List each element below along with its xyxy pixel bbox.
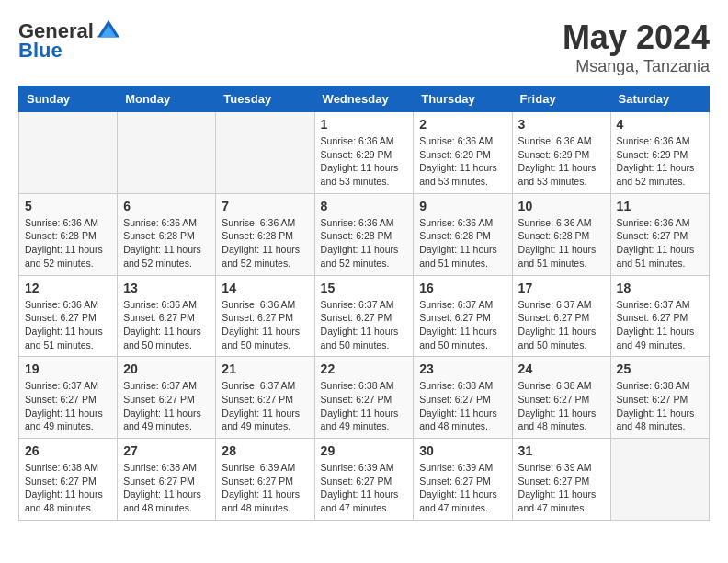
day-number: 15 [321,281,408,295]
calendar-day-cell: 19Sunrise: 6:37 AM Sunset: 6:27 PM Dayli… [19,357,118,439]
calendar-table: SundayMondayTuesdayWednesdayThursdayFrid… [18,86,710,521]
day-number: 30 [419,443,506,458]
day-info: Sunrise: 6:36 AM Sunset: 6:28 PM Dayligh… [518,216,605,270]
calendar-day-cell: 6Sunrise: 6:36 AM Sunset: 6:28 PM Daylig… [118,193,216,275]
calendar-day-cell: 20Sunrise: 6:37 AM Sunset: 6:27 PM Dayli… [118,357,216,439]
calendar-day-cell: 31Sunrise: 6:39 AM Sunset: 6:27 PM Dayli… [512,439,610,521]
day-number: 5 [25,199,111,213]
day-info: Sunrise: 6:36 AM Sunset: 6:28 PM Dayligh… [123,216,210,270]
day-number: 29 [321,443,408,458]
day-number: 26 [25,443,111,458]
day-number: 19 [25,362,111,376]
weekday-header-monday: Monday [118,86,216,112]
day-info: Sunrise: 6:37 AM Sunset: 6:27 PM Dayligh… [321,298,408,352]
day-info: Sunrise: 6:38 AM Sunset: 6:27 PM Dayligh… [321,379,408,433]
day-info: Sunrise: 6:39 AM Sunset: 6:27 PM Dayligh… [321,461,408,515]
calendar-empty-cell [19,112,118,194]
day-number: 12 [25,281,111,295]
day-info: Sunrise: 6:38 AM Sunset: 6:27 PM Dayligh… [617,379,703,433]
day-number: 8 [321,199,408,213]
weekday-header-friday: Friday [512,86,610,112]
day-info: Sunrise: 6:37 AM Sunset: 6:27 PM Dayligh… [617,298,703,352]
logo-icon [96,18,121,44]
calendar-day-cell: 30Sunrise: 6:39 AM Sunset: 6:27 PM Dayli… [414,439,512,521]
calendar-empty-cell [118,112,216,194]
calendar-day-cell: 28Sunrise: 6:39 AM Sunset: 6:27 PM Dayli… [216,439,314,521]
day-info: Sunrise: 6:36 AM Sunset: 6:27 PM Dayligh… [617,216,703,270]
weekday-header-tuesday: Tuesday [216,86,314,112]
day-number: 13 [123,281,210,295]
day-number: 3 [518,117,605,132]
calendar-day-cell: 12Sunrise: 6:36 AM Sunset: 6:27 PM Dayli… [19,275,118,357]
calendar-day-cell: 4Sunrise: 6:36 AM Sunset: 6:29 PM Daylig… [610,112,709,194]
calendar-day-cell: 21Sunrise: 6:37 AM Sunset: 6:27 PM Dayli… [216,357,314,439]
weekday-header-row: SundayMondayTuesdayWednesdayThursdayFrid… [19,86,710,112]
title-section: May 2024 Msanga, Tanzania [563,18,710,76]
day-number: 11 [617,199,703,213]
day-number: 24 [518,362,605,376]
logo: General Blue [18,18,121,63]
day-info: Sunrise: 6:36 AM Sunset: 6:27 PM Dayligh… [123,298,210,352]
calendar-day-cell: 10Sunrise: 6:36 AM Sunset: 6:28 PM Dayli… [512,193,610,275]
day-info: Sunrise: 6:39 AM Sunset: 6:27 PM Dayligh… [518,461,605,515]
day-info: Sunrise: 6:37 AM Sunset: 6:27 PM Dayligh… [25,379,111,433]
calendar-day-cell: 29Sunrise: 6:39 AM Sunset: 6:27 PM Dayli… [314,439,414,521]
day-number: 22 [321,362,408,376]
day-number: 28 [222,443,308,458]
day-number: 10 [518,199,605,213]
day-number: 17 [518,281,605,295]
calendar-week-row: 19Sunrise: 6:37 AM Sunset: 6:27 PM Dayli… [19,357,710,439]
day-number: 27 [123,443,210,458]
calendar-day-cell: 13Sunrise: 6:36 AM Sunset: 6:27 PM Dayli… [118,275,216,357]
day-number: 18 [617,281,703,295]
calendar-day-cell: 5Sunrise: 6:36 AM Sunset: 6:28 PM Daylig… [19,193,118,275]
month-year: May 2024 [563,18,710,57]
logo-blue-text: Blue [18,39,63,63]
day-info: Sunrise: 6:36 AM Sunset: 6:27 PM Dayligh… [222,298,308,352]
day-number: 23 [419,362,506,376]
calendar-day-cell: 7Sunrise: 6:36 AM Sunset: 6:28 PM Daylig… [216,193,314,275]
calendar-day-cell: 11Sunrise: 6:36 AM Sunset: 6:27 PM Dayli… [610,193,709,275]
calendar-day-cell: 18Sunrise: 6:37 AM Sunset: 6:27 PM Dayli… [610,275,709,357]
calendar-day-cell: 15Sunrise: 6:37 AM Sunset: 6:27 PM Dayli… [314,275,414,357]
weekday-header-thursday: Thursday [414,86,512,112]
calendar-day-cell: 27Sunrise: 6:38 AM Sunset: 6:27 PM Dayli… [118,439,216,521]
calendar-week-row: 5Sunrise: 6:36 AM Sunset: 6:28 PM Daylig… [19,193,710,275]
day-info: Sunrise: 6:38 AM Sunset: 6:27 PM Dayligh… [123,461,210,515]
calendar-day-cell: 25Sunrise: 6:38 AM Sunset: 6:27 PM Dayli… [610,357,709,439]
calendar-day-cell: 24Sunrise: 6:38 AM Sunset: 6:27 PM Dayli… [512,357,610,439]
day-info: Sunrise: 6:36 AM Sunset: 6:29 PM Dayligh… [518,134,605,189]
day-number: 6 [123,199,210,213]
location: Msanga, Tanzania [563,57,710,76]
calendar-day-cell: 9Sunrise: 6:36 AM Sunset: 6:28 PM Daylig… [414,193,512,275]
calendar-day-cell: 2Sunrise: 6:36 AM Sunset: 6:29 PM Daylig… [414,112,512,194]
day-number: 2 [419,117,506,132]
day-info: Sunrise: 6:38 AM Sunset: 6:27 PM Dayligh… [518,379,605,433]
day-info: Sunrise: 6:36 AM Sunset: 6:28 PM Dayligh… [222,216,308,270]
day-info: Sunrise: 6:37 AM Sunset: 6:27 PM Dayligh… [222,379,308,433]
calendar-day-cell: 16Sunrise: 6:37 AM Sunset: 6:27 PM Dayli… [414,275,512,357]
day-number: 21 [222,362,308,376]
calendar-week-row: 1Sunrise: 6:36 AM Sunset: 6:29 PM Daylig… [19,112,710,194]
day-info: Sunrise: 6:36 AM Sunset: 6:29 PM Dayligh… [617,134,703,189]
calendar-week-row: 12Sunrise: 6:36 AM Sunset: 6:27 PM Dayli… [19,275,710,357]
day-info: Sunrise: 6:36 AM Sunset: 6:28 PM Dayligh… [419,216,506,270]
calendar-day-cell: 22Sunrise: 6:38 AM Sunset: 6:27 PM Dayli… [314,357,414,439]
day-info: Sunrise: 6:37 AM Sunset: 6:27 PM Dayligh… [419,298,506,352]
calendar-week-row: 26Sunrise: 6:38 AM Sunset: 6:27 PM Dayli… [19,439,710,521]
day-info: Sunrise: 6:39 AM Sunset: 6:27 PM Dayligh… [419,461,506,515]
calendar-day-cell: 3Sunrise: 6:36 AM Sunset: 6:29 PM Daylig… [512,112,610,194]
day-info: Sunrise: 6:37 AM Sunset: 6:27 PM Dayligh… [123,379,210,433]
calendar-day-cell: 8Sunrise: 6:36 AM Sunset: 6:28 PM Daylig… [314,193,414,275]
weekday-header-saturday: Saturday [610,86,709,112]
day-info: Sunrise: 6:36 AM Sunset: 6:27 PM Dayligh… [25,298,111,352]
day-number: 9 [419,199,506,213]
calendar-day-cell: 23Sunrise: 6:38 AM Sunset: 6:27 PM Dayli… [414,357,512,439]
day-number: 1 [321,117,408,132]
calendar-day-cell: 17Sunrise: 6:37 AM Sunset: 6:27 PM Dayli… [512,275,610,357]
calendar-day-cell: 1Sunrise: 6:36 AM Sunset: 6:29 PM Daylig… [314,112,414,194]
calendar-empty-cell [610,439,709,521]
day-number: 31 [518,443,605,458]
day-info: Sunrise: 6:39 AM Sunset: 6:27 PM Dayligh… [222,461,308,515]
weekday-header-sunday: Sunday [19,86,118,112]
